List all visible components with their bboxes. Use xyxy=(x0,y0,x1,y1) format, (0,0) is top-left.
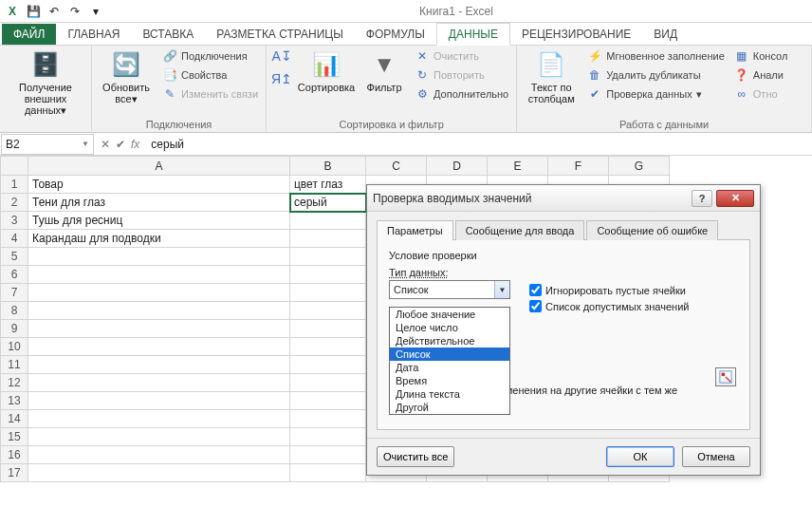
cell[interactable]: Товар xyxy=(28,176,290,194)
type-option[interactable]: Длина текста xyxy=(390,387,509,401)
dialog-tab-error-msg[interactable]: Сообщение об ошибке xyxy=(586,220,718,240)
row-header[interactable]: 8 xyxy=(1,302,28,320)
col-header-B[interactable]: B xyxy=(290,157,366,176)
tab-data[interactable]: ДАННЫЕ xyxy=(436,23,510,46)
name-box-dropdown-icon[interactable]: ▼ xyxy=(82,140,89,148)
type-option[interactable]: Любое значение xyxy=(390,308,509,321)
range-picker-button[interactable] xyxy=(715,367,736,386)
qat-undo-icon[interactable]: ↶ xyxy=(46,3,63,20)
row-header[interactable]: 5 xyxy=(1,248,28,266)
clear-icon: ✕ xyxy=(415,48,430,64)
tab-insert[interactable]: ВСТАВКА xyxy=(131,24,205,45)
cancel-button[interactable]: Отмена xyxy=(682,446,750,467)
row-header[interactable]: 9 xyxy=(1,320,28,338)
row-header[interactable]: 16 xyxy=(1,446,28,464)
edit-links-button[interactable]: ✎Изменить связи xyxy=(160,85,260,103)
condition-title: Условие проверки xyxy=(389,250,738,261)
advanced-filter-button[interactable]: ⚙Дополнительно xyxy=(413,85,510,103)
properties-icon: 📑 xyxy=(162,67,177,83)
type-option[interactable]: Действительное xyxy=(390,334,509,348)
sort-button[interactable]: 📊 Сортировка xyxy=(297,47,356,95)
col-header-D[interactable]: D xyxy=(427,157,488,176)
flash-fill-button[interactable]: ⚡Мгновенное заполнение xyxy=(585,47,727,65)
svg-rect-1 xyxy=(722,373,726,377)
tab-home[interactable]: ГЛАВНАЯ xyxy=(56,24,131,45)
tab-review[interactable]: РЕЦЕНЗИРОВАНИЕ xyxy=(510,24,642,45)
type-option[interactable]: Целое число xyxy=(390,321,509,334)
cancel-formula-icon[interactable]: ✕ xyxy=(101,138,110,151)
consolidate-button[interactable]: ▦Консол xyxy=(732,47,790,65)
type-option[interactable]: Время xyxy=(390,374,509,387)
row-header[interactable]: 13 xyxy=(1,392,28,410)
enter-formula-icon[interactable]: ✔ xyxy=(116,138,125,151)
formula-input[interactable]: серый xyxy=(145,138,812,151)
tab-formulas[interactable]: ФОРМУЛЫ xyxy=(355,24,436,45)
dialog-close-button[interactable]: ✕ xyxy=(716,190,754,207)
tab-file[interactable]: ФАЙЛ xyxy=(2,24,56,45)
row-header[interactable]: 14 xyxy=(1,410,28,428)
data-validation-button[interactable]: ✔Проверка данных ▾ xyxy=(585,85,727,103)
fx-icon[interactable]: fx xyxy=(131,138,139,151)
active-cell[interactable]: серый xyxy=(290,194,366,212)
sort-asc-button[interactable]: А↧ xyxy=(272,47,291,65)
in-cell-dropdown-checkbox[interactable]: Список допустимых значений xyxy=(529,300,689,312)
dialog-tab-params[interactable]: Параметры xyxy=(377,220,453,240)
row-header[interactable]: 15 xyxy=(1,428,28,446)
group-datatools-label: Работа с данными xyxy=(523,118,805,132)
qat-save-icon[interactable]: 💾 xyxy=(25,3,42,20)
cell[interactable]: цвет глаз xyxy=(290,176,366,194)
row-header[interactable]: 2 xyxy=(1,194,28,212)
row-header[interactable]: 1 xyxy=(1,176,28,194)
row-header[interactable]: 4 xyxy=(1,230,28,248)
ok-button[interactable]: ОК xyxy=(606,446,674,467)
type-option[interactable]: Дата xyxy=(390,361,509,374)
reapply-button[interactable]: ↻Повторить xyxy=(413,66,510,84)
qat-customize-icon[interactable]: ▾ xyxy=(87,3,104,20)
connections-button[interactable]: 🔗Подключения xyxy=(160,47,260,65)
name-box[interactable]: B2 ▼ xyxy=(1,134,94,155)
remove-duplicates-button[interactable]: 🗑Удалить дубликаты xyxy=(585,66,727,84)
clear-filter-button[interactable]: ✕Очистить xyxy=(413,47,510,65)
row-header[interactable]: 11 xyxy=(1,356,28,374)
row-header[interactable]: 10 xyxy=(1,338,28,356)
remove-dupes-icon: 🗑 xyxy=(587,67,602,83)
group-sortfilter-label: Сортировка и фильтр xyxy=(272,118,510,132)
cell[interactable]: Тени для глаз xyxy=(28,194,290,212)
row-header[interactable]: 3 xyxy=(1,212,28,230)
col-header-A[interactable]: A xyxy=(28,157,290,176)
qat-redo-icon[interactable]: ↷ xyxy=(66,3,83,20)
col-header-C[interactable]: C xyxy=(366,157,427,176)
text-to-columns-button[interactable]: 📄 Текст по столбцам xyxy=(523,47,580,106)
dialog-title: Проверка вводимых значений xyxy=(373,192,692,205)
clear-all-button[interactable]: Очистить все xyxy=(377,446,454,467)
cell[interactable]: Тушь для ресниц xyxy=(28,212,290,230)
col-header-G[interactable]: G xyxy=(609,157,670,176)
consolidate-icon: ▦ xyxy=(734,48,749,64)
type-combobox[interactable]: Список ▼ xyxy=(389,280,510,299)
combo-dropdown-icon[interactable]: ▼ xyxy=(494,281,509,298)
properties-button[interactable]: 📑Свойства xyxy=(160,66,260,84)
dialog-tab-input-msg[interactable]: Сообщение для ввода xyxy=(455,220,585,240)
filter-button[interactable]: ▼ Фильтр xyxy=(361,47,407,95)
row-header[interactable]: 12 xyxy=(1,374,28,392)
tab-layout[interactable]: РАЗМЕТКА СТРАНИЦЫ xyxy=(205,24,355,45)
advanced-icon: ⚙ xyxy=(415,86,430,102)
col-header-E[interactable]: E xyxy=(488,157,548,176)
ignore-blank-checkbox[interactable]: Игнорировать пустые ячейки xyxy=(529,284,689,296)
get-external-data-button[interactable]: 🗄️ Получение внешних данных▾ xyxy=(6,47,85,118)
dialog-help-button[interactable]: ? xyxy=(692,190,712,207)
col-header-F[interactable]: F xyxy=(548,157,609,176)
type-option-selected[interactable]: Список xyxy=(390,348,509,361)
row-header[interactable]: 17 xyxy=(1,464,28,482)
refresh-all-button[interactable]: 🔄 Обновить все▾ xyxy=(98,47,155,106)
relations-button[interactable]: ∞Отно xyxy=(732,85,790,103)
whatif-button[interactable]: ❓Анали xyxy=(732,66,790,84)
row-header[interactable]: 7 xyxy=(1,284,28,302)
type-option[interactable]: Другой xyxy=(390,401,509,414)
select-all-corner[interactable] xyxy=(1,157,28,176)
tab-view[interactable]: ВИД xyxy=(642,24,689,45)
window-title: Книга1 - Excel xyxy=(104,5,808,18)
sort-desc-button[interactable]: Я↥ xyxy=(272,70,291,87)
row-header[interactable]: 6 xyxy=(1,266,28,284)
cell[interactable]: Карандаш для подводки xyxy=(28,230,290,248)
